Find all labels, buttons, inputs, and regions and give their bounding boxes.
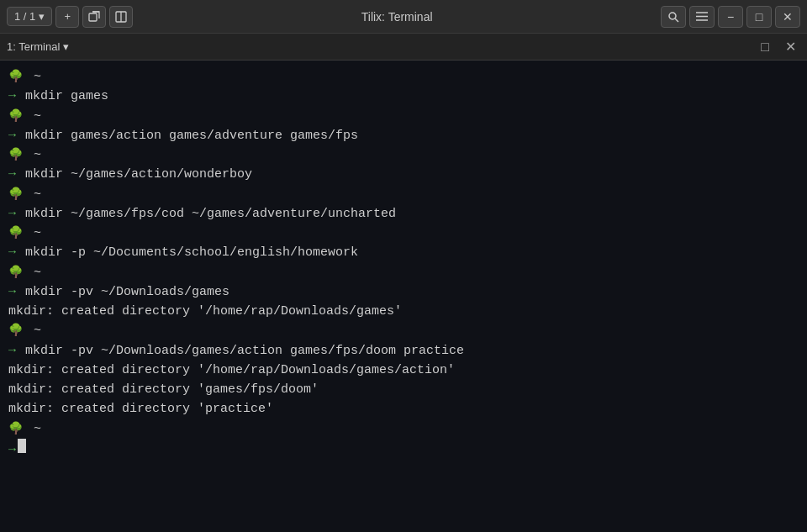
tab-maximize-button[interactable]: □ — [755, 37, 775, 57]
terminal-line: → mkdir -pv ~/Downloads/games — [8, 282, 799, 302]
command-text: mkdir ~/games/fps/cod ~/games/adventure/… — [18, 204, 396, 224]
terminal-line: → mkdir -p ~/Documents/school/english/ho… — [8, 243, 799, 262]
search-button[interactable] — [661, 6, 686, 28]
terminal-line: 🌳 ~ — [8, 145, 799, 165]
tab-chevron-icon: ▾ — [63, 40, 69, 53]
terminal-line: 🌳 ~ — [8, 107, 799, 126]
tabbar-actions: □ ✕ — [755, 37, 800, 57]
command-text: mkdir -pv ~/Downloads/games — [18, 282, 229, 302]
close-button[interactable]: ✕ — [775, 6, 800, 28]
terminal-line: → mkdir games/action games/adventure gam… — [8, 126, 799, 145]
command-text: mkdir games/action games/adventure games… — [18, 126, 358, 145]
detach-icon — [88, 11, 100, 23]
tree-emoji: 🌳 — [8, 322, 23, 340]
terminal-line: mkdir: created directory '/home/rap/Down… — [8, 302, 799, 321]
terminal-line: mkdir: created directory 'games/fps/doom… — [8, 380, 799, 399]
prompt-arrow: → — [8, 204, 16, 224]
tree-emoji: 🌳 — [8, 186, 23, 204]
menu-button[interactable] — [689, 6, 715, 28]
svg-point-3 — [669, 13, 676, 19]
terminal-line: 🌳 ~ — [8, 185, 799, 204]
cursor — [18, 439, 26, 453]
tilde-text: ~ — [26, 263, 41, 282]
terminal-line: 🌳 ~ — [8, 263, 799, 282]
tree-emoji: 🌳 — [8, 108, 23, 126]
session-tab-btn[interactable]: 1 / 1 ▾ — [7, 7, 52, 26]
terminal-line: 🌳 ~ — [8, 321, 799, 340]
terminal-line: 🌳 ~ — [8, 67, 799, 87]
split-button[interactable] — [109, 6, 133, 28]
window-title: Tilix: Terminal — [361, 10, 433, 24]
tilde-text: ~ — [26, 67, 41, 87]
session-tab-label: 1 / 1 — [14, 10, 35, 23]
output-text: mkdir: created directory '/home/rap/Down… — [8, 361, 455, 380]
maximize-button[interactable]: □ — [746, 6, 772, 28]
tilde-text: ~ — [26, 107, 41, 126]
tree-emoji: 🌳 — [8, 224, 23, 243]
terminal-line: 🌳 ~ — [8, 224, 799, 243]
terminal-line: mkdir: created directory '/home/rap/Down… — [8, 361, 799, 380]
output-text: mkdir: created directory '/home/rap/Down… — [8, 302, 402, 321]
minimize-icon: − — [727, 10, 734, 24]
add-session-button[interactable]: + — [55, 6, 79, 28]
prompt-arrow: → — [8, 87, 16, 106]
terminal-line: → — [8, 439, 799, 460]
tree-emoji: 🌳 — [8, 420, 23, 439]
prompt-arrow: → — [8, 165, 16, 184]
tree-emoji: 🌳 — [8, 68, 23, 87]
titlebar-left: 1 / 1 ▾ + — [7, 6, 133, 28]
prompt-arrow: → — [8, 440, 16, 460]
prompt-arrow: → — [8, 341, 16, 361]
detach-button[interactable] — [82, 6, 106, 28]
prompt-arrow: → — [8, 243, 16, 262]
terminal-line: → mkdir -pv ~/Downloads/games/action gam… — [8, 341, 799, 361]
svg-line-4 — [675, 18, 678, 22]
terminal-tab[interactable]: 1: Terminal ▾ — [7, 40, 69, 53]
prompt-arrow: → — [8, 282, 16, 302]
maximize-icon: □ — [756, 10, 762, 24]
tilde-text: ~ — [26, 224, 41, 243]
command-text: mkdir -p ~/Documents/school/english/home… — [18, 243, 358, 262]
menu-icon — [696, 12, 708, 21]
terminal-line: → mkdir ~/games/action/wonderboy — [8, 165, 799, 184]
search-icon — [667, 11, 679, 23]
tilde-text: ~ — [26, 185, 41, 204]
terminal-line: mkdir: created directory 'practice' — [8, 399, 799, 419]
terminal-content[interactable]: 🌳 ~→ mkdir games🌳 ~→ mkdir games/action … — [0, 61, 807, 532]
terminal-line: → mkdir games — [8, 87, 799, 106]
command-text: mkdir games — [18, 87, 108, 106]
command-text: mkdir -pv ~/Downloads/games/action games… — [18, 341, 464, 361]
terminal-line: → mkdir ~/games/fps/cod ~/games/adventur… — [8, 204, 799, 224]
split-icon — [115, 11, 127, 23]
tilde-text: ~ — [26, 321, 41, 340]
tabbar: 1: Terminal ▾ □ ✕ — [0, 34, 807, 61]
prompt-arrow: → — [8, 126, 16, 145]
terminal-line: 🌳 ~ — [8, 419, 799, 439]
titlebar: 1 / 1 ▾ + Tilix: Terminal — [0, 0, 807, 34]
chevron-down-icon: ▾ — [39, 10, 45, 23]
close-icon: ✕ — [783, 10, 793, 24]
command-text: mkdir ~/games/action/wonderboy — [18, 165, 252, 184]
titlebar-right: − □ ✕ — [661, 6, 800, 28]
tab-close-button[interactable]: ✕ — [780, 37, 800, 57]
tab-label-text: 1: Terminal — [7, 40, 60, 53]
tilde-text: ~ — [26, 145, 41, 165]
output-text: mkdir: created directory 'games/fps/doom… — [8, 380, 319, 399]
svg-rect-0 — [89, 13, 97, 21]
tree-emoji: 🌳 — [8, 146, 23, 165]
tilde-text: ~ — [26, 419, 41, 439]
minimize-button[interactable]: − — [718, 6, 743, 28]
output-text: mkdir: created directory 'practice' — [8, 399, 273, 419]
tree-emoji: 🌳 — [8, 264, 23, 282]
